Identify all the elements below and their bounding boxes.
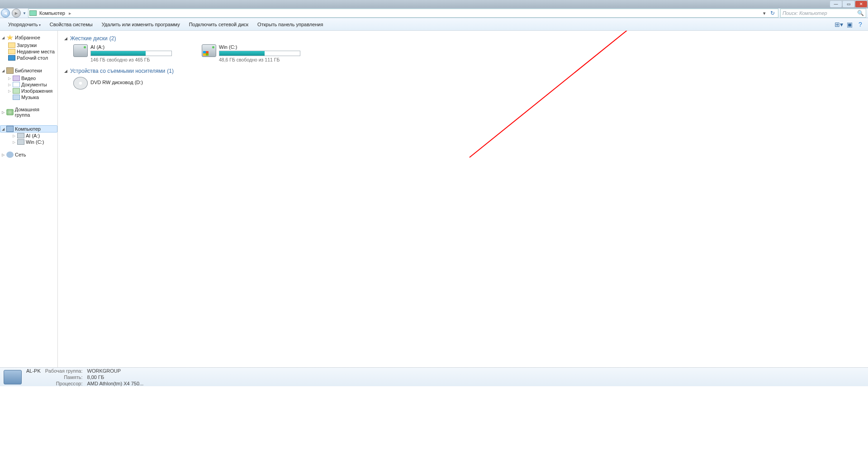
sidebar-item-label: Рабочий стол: [17, 55, 48, 61]
toolbar: Упорядочить Свойства системы Удалить или…: [0, 18, 868, 31]
cpu-label: Процессор:: [45, 381, 83, 386]
search-input[interactable]: Поиск: Компьютер 🔍: [780, 9, 866, 18]
maximize-button[interactable]: ▭: [843, 1, 854, 7]
browser-titlebar: — ▭ ✕: [0, 0, 868, 8]
computer-icon: [6, 126, 14, 132]
library-icon: [6, 67, 14, 74]
sidebar-item-recent[interactable]: Недавние места: [0, 48, 57, 55]
video-icon: [13, 76, 20, 81]
sidebar-group-libraries: ◢ Библиотеки ▷Видео ▷Документы ▷Изображе…: [0, 67, 57, 100]
sidebar-item-drive-a[interactable]: ▷AI (A:): [0, 133, 57, 139]
sidebar-head-homegroup[interactable]: ▷ Домашняя группа: [0, 107, 57, 119]
path-segment[interactable]: Компьютер: [38, 10, 68, 16]
chevron-icon: ▷: [13, 140, 17, 144]
drive-usage-bar: [90, 51, 172, 56]
dvd-icon: [73, 77, 88, 90]
category-label: Жесткие диски: [70, 35, 108, 42]
sidebar-item-label: Недавние места: [17, 49, 55, 54]
category-count: (2): [109, 35, 116, 42]
drive-name: Win (C:): [219, 44, 319, 51]
drive-c[interactable]: Win (C:) 48,6 ГБ свободно из 111 ГБ: [202, 44, 319, 62]
sidebar-group-homegroup: ▷ Домашняя группа: [0, 107, 57, 119]
hdd-icon: [202, 44, 216, 57]
expand-icon: ◢: [2, 36, 6, 40]
content-area: ◢ Жесткие диски (2) AI (A:) 146 ГБ свобо…: [58, 31, 868, 367]
forward-button[interactable]: ►: [11, 8, 22, 18]
chevron-icon: ▷: [8, 76, 13, 81]
sidebar-label: Сеть: [15, 152, 26, 157]
music-icon: [13, 95, 20, 100]
workgroup-value: WORKGROUP: [87, 368, 144, 374]
path-dropdown[interactable]: ▾: [761, 10, 768, 16]
folder-icon: [8, 43, 15, 48]
drive-usage-bar: [219, 51, 300, 56]
category-removable[interactable]: ◢ Устройства со съемными носителями (1): [62, 66, 863, 77]
sidebar-item-computer[interactable]: ◢ Компьютер: [0, 125, 57, 133]
drive-name: DVD RW дисковод (D:): [90, 77, 191, 86]
computer-icon: [4, 370, 22, 384]
expand-icon: ◢: [2, 127, 6, 131]
chevron-icon: ▷: [8, 89, 13, 93]
minimize-button[interactable]: —: [830, 1, 842, 7]
path-box[interactable]: Компьютер ▸ ▾ ↻: [28, 9, 778, 18]
back-button[interactable]: ◄: [0, 8, 11, 18]
collapse-icon: ◢: [64, 36, 67, 41]
view-options-icon[interactable]: ⊞▾: [835, 21, 843, 28]
memory-label: Память:: [45, 374, 83, 380]
history-dropdown[interactable]: ▼: [22, 11, 27, 15]
arrow-left-icon: ◄: [1, 9, 10, 18]
sidebar-head-network[interactable]: ▷ Сеть: [0, 152, 57, 159]
system-properties-button[interactable]: Свойства системы: [45, 22, 97, 27]
sidebar-item-desktop[interactable]: Рабочий стол: [0, 55, 57, 61]
preview-pane-icon[interactable]: ▣: [845, 21, 854, 28]
sidebar-item-label: Музыка: [21, 95, 39, 100]
sidebar-group-computer: ◢ Компьютер ▷AI (A:) ▷Win (C:): [0, 125, 57, 145]
sidebar-item-images[interactable]: ▷Изображения: [0, 88, 57, 94]
document-icon: [13, 82, 20, 87]
sidebar-head-favorites[interactable]: ◢ Избранное: [0, 34, 57, 42]
sidebar-item-label: Документы: [21, 82, 47, 87]
sidebar-item-label: Видео: [21, 76, 36, 81]
sidebar-item-drive-c[interactable]: ▷Win (C:): [0, 139, 57, 145]
map-drive-button[interactable]: Подключить сетевой диск: [185, 22, 253, 27]
desktop-icon: [8, 55, 15, 61]
sidebar-label: Избранное: [15, 35, 40, 40]
details-pane: AL-PK Рабочая группа: WORKGROUP Память: …: [0, 367, 868, 386]
sidebar-group-favorites: ◢ Избранное Загрузки Недавние места Рабо…: [0, 34, 57, 61]
search-placeholder: Поиск: Компьютер: [783, 10, 827, 16]
star-icon: [6, 34, 14, 41]
close-button[interactable]: ✕: [855, 1, 867, 7]
category-count: (1): [167, 68, 174, 74]
uninstall-program-button[interactable]: Удалить или изменить программу: [97, 22, 185, 27]
expand-icon: ◢: [2, 69, 6, 73]
sidebar-item-downloads[interactable]: Загрузки: [0, 42, 57, 48]
expand-icon: ▷: [2, 153, 6, 157]
drive-name: AI (A:): [90, 44, 191, 51]
help-icon[interactable]: ?: [856, 21, 864, 28]
collapse-icon: ◢: [64, 69, 67, 73]
sidebar-item-video[interactable]: ▷Видео: [0, 75, 57, 81]
sidebar-item-documents[interactable]: ▷Документы: [0, 81, 57, 88]
drive-icon: [17, 139, 24, 145]
chevron-right-icon[interactable]: ▸: [68, 10, 72, 16]
sidebar-head-libraries[interactable]: ◢ Библиотеки: [0, 67, 57, 75]
drive-d[interactable]: DVD RW дисковод (D:): [73, 77, 191, 90]
control-panel-button[interactable]: Открыть панель управления: [253, 22, 327, 27]
sidebar-item-label: Загрузки: [17, 43, 37, 48]
arrow-right-icon: ►: [12, 9, 21, 18]
homegroup-icon: [6, 109, 14, 115]
sidebar-item-music[interactable]: Музыка: [0, 94, 57, 100]
drive-free-text: 48,6 ГБ свободно из 111 ГБ: [219, 57, 319, 62]
chevron-icon: ▷: [13, 134, 17, 138]
computer-icon: [29, 10, 37, 16]
sidebar-label: Домашняя группа: [15, 107, 56, 118]
network-icon: [6, 152, 14, 158]
organize-menu[interactable]: Упорядочить: [4, 22, 45, 27]
drive-a[interactable]: AI (A:) 146 ГБ свободно из 465 ГБ: [73, 44, 191, 62]
refresh-button[interactable]: ↻: [768, 10, 777, 16]
folder-icon: [8, 49, 15, 54]
expand-icon: ▷: [2, 110, 6, 114]
body-area: ◢ Избранное Загрузки Недавние места Рабо…: [0, 31, 868, 367]
chevron-icon: ▷: [8, 83, 13, 87]
category-hard-drives[interactable]: ◢ Жесткие диски (2): [62, 33, 863, 44]
